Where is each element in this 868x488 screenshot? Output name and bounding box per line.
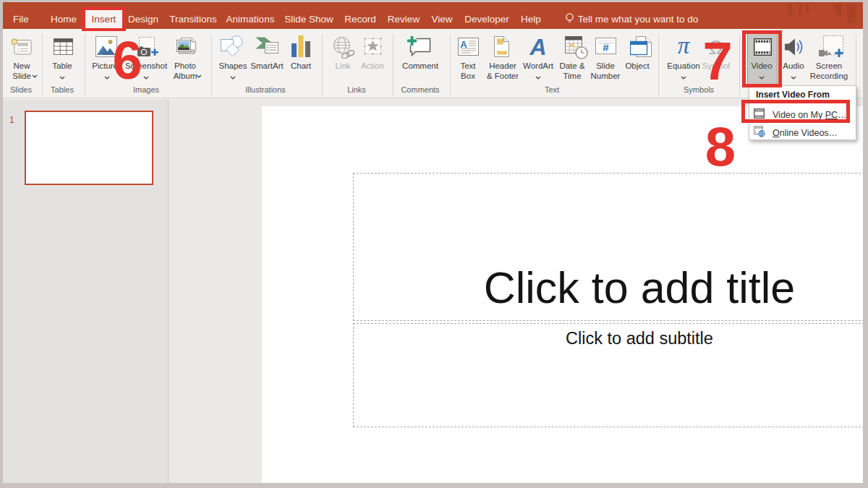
svg-text:A: A bbox=[529, 36, 546, 56]
svg-text:A: A bbox=[460, 39, 467, 50]
svg-text:#: # bbox=[603, 41, 609, 53]
svg-text:π: π bbox=[678, 35, 691, 56]
